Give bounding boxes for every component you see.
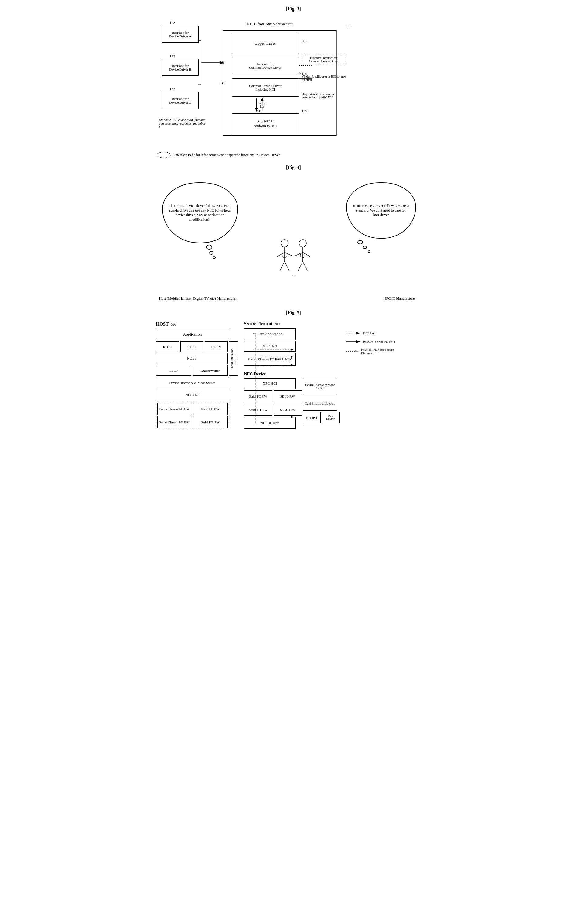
nfcic-manufacturer-label: NFC IC Manufacturer	[383, 296, 416, 301]
block-interface-a: Interface forDevice Driver A	[162, 26, 199, 43]
host-title: HOST	[156, 322, 169, 327]
label-135: 135	[302, 109, 307, 113]
se-title: Secure Element	[244, 322, 272, 327]
reader-writer-box: Reader/Writer	[192, 365, 228, 376]
rtd1-box: RTD 1	[156, 342, 179, 352]
card-application-box: Card Application	[244, 328, 296, 340]
label-100: 100	[345, 24, 350, 28]
serial-io-hw-host-box: Serial I/O H/W	[193, 416, 228, 428]
svg-line-17	[303, 252, 310, 257]
fig3-section: [Fig. 3]	[153, 6, 434, 158]
legend-physical-serial: Physical Serial I/O Path	[345, 339, 400, 344]
legend-column: HCI Path Physical Serial I/O Path Physic…	[345, 331, 400, 355]
device-discovery-box: Device Discovery & Mode Switch	[156, 377, 229, 388]
svg-point-7	[157, 152, 170, 158]
rtd2-box: RTD 2	[180, 342, 204, 352]
fig5-title: [Fig. 5]	[153, 310, 434, 315]
nfc-hci-nfcdev-box: NFC HCI	[244, 378, 296, 389]
only-ext-note: Only extended interface tobe built for a…	[302, 92, 350, 99]
svg-point-14	[299, 239, 306, 247]
common-driver-box: Common Device DriverIncluding HCI	[232, 78, 299, 97]
svg-marker-25	[356, 332, 361, 334]
device-discovery-mode-switch-box: Device Discovery Mode Switch	[303, 378, 337, 395]
label-132: 132	[170, 87, 175, 91]
svg-line-16	[295, 252, 303, 256]
legend-physical-se: Physical Path for Secure Element	[345, 348, 400, 355]
svg-text:≈ ≈: ≈ ≈	[291, 274, 296, 277]
svg-line-12	[280, 261, 284, 271]
nfch-label: NFCH from Any Manufacturer	[247, 22, 293, 26]
label-500: 500	[171, 322, 176, 327]
host-column: HOST 500 Application RTD 1 RTD 2 RTD N	[156, 322, 238, 429]
fig4-title: [Fig. 4]	[153, 165, 434, 170]
upper-layer-box: Upper Layer	[232, 33, 299, 54]
fig5-section: [Fig. 5] HOST 500 Application RTD 1	[153, 310, 434, 429]
se-io-fw-hw-box: Secure Element I/O F/W & H/W	[244, 353, 296, 366]
label-700: 700	[274, 322, 280, 327]
fig4-section: [Fig. 4] If our host device driver follo…	[153, 165, 434, 307]
svg-line-10	[277, 252, 284, 257]
interface-common-box: Interface forCommon Device Driver	[232, 57, 299, 74]
block-interface-c: Interface forDevice Driver C	[162, 92, 199, 109]
card-emulation-support-box: Card Emulation Support	[303, 396, 337, 411]
se-column: Secure Element 700 Card Application NFC …	[244, 322, 302, 429]
ext-interface-box: Extended Interface forCommon Device Driv…	[302, 54, 346, 65]
serial-io-fw-host-box: Serial I/O F/W	[193, 403, 228, 415]
thought-bubble-right: If our NFC IC driver follow NFC HCI stan…	[346, 182, 416, 239]
legend-hci-path: HCI Path	[345, 331, 400, 335]
nfcip1-box: NFCIP-1	[303, 412, 321, 423]
serial-io-hw-nfcdev: Serial I/O H/W	[244, 404, 272, 416]
svg-line-18	[298, 261, 303, 271]
serial-io-fw-nfcdev: Serial I/O F/W	[244, 390, 272, 403]
nfc-hci-host-box: NFC HCI	[156, 389, 229, 400]
ndef-box: NDEF	[156, 353, 228, 364]
se-io-hw-nfcdev: SE I/O H/W	[274, 404, 302, 416]
se-io-fw-host-box: Secure Element I/O F/W	[157, 403, 192, 415]
nfc-rf-hw-box: NFC RF H/W	[244, 417, 296, 429]
svg-line-13	[284, 261, 289, 271]
fig3-title: [Fig. 3]	[153, 6, 434, 12]
human-figure: ≈ ≈	[274, 237, 313, 286]
svg-marker-29	[355, 350, 358, 353]
se-io-fw-nfcdev: SE I/O F/W	[274, 390, 302, 403]
thought-bubble-left: If our host device driver follow NFC HCI…	[162, 182, 238, 243]
svg-point-8	[281, 239, 288, 247]
host-manufacturer-label: Host (Mobile Handset, Digital TV, etc) M…	[159, 296, 237, 301]
nfc-hci-se-box: NFC HCI	[244, 341, 296, 351]
svg-marker-27	[356, 340, 361, 343]
interface-note: Interface to be built for some vendor-sp…	[156, 151, 434, 158]
nfcdev-title: NFC Device	[244, 372, 302, 376]
label-200: 200	[256, 109, 262, 113]
se-io-hw-host-box: Secure Element I/O H/W	[157, 416, 192, 428]
nfcdev-right-column: Device Discovery Mode Switch Card Emulat…	[303, 378, 339, 425]
label-122: 122	[170, 54, 175, 59]
any-nfcc-box: Any NFCC conform to HCI	[232, 113, 299, 134]
label-130: 130	[219, 81, 225, 86]
label-112: 112	[170, 21, 175, 25]
label-120: 120	[219, 60, 225, 65]
iso14443b-box: ISO 14443B	[322, 412, 339, 423]
mobile-note: Mobile NFC Device Manufacturer can save …	[159, 118, 206, 129]
application-box: Application	[156, 328, 229, 340]
llcp-box: LLCP	[156, 365, 191, 376]
svg-line-11	[284, 252, 292, 256]
block-interface-b: Interface forDevice Driver B	[162, 59, 199, 76]
card-emulation-vertical: Card EmulationSupport	[229, 342, 238, 376]
rtdn-box: RTD N	[205, 342, 228, 352]
label-110: 110	[301, 39, 307, 43]
svg-line-19	[303, 261, 307, 271]
serial-bus-label: SerialBus	[259, 102, 266, 108]
vendor-note: Vendor Specific area in HCI for new func…	[302, 75, 350, 81]
